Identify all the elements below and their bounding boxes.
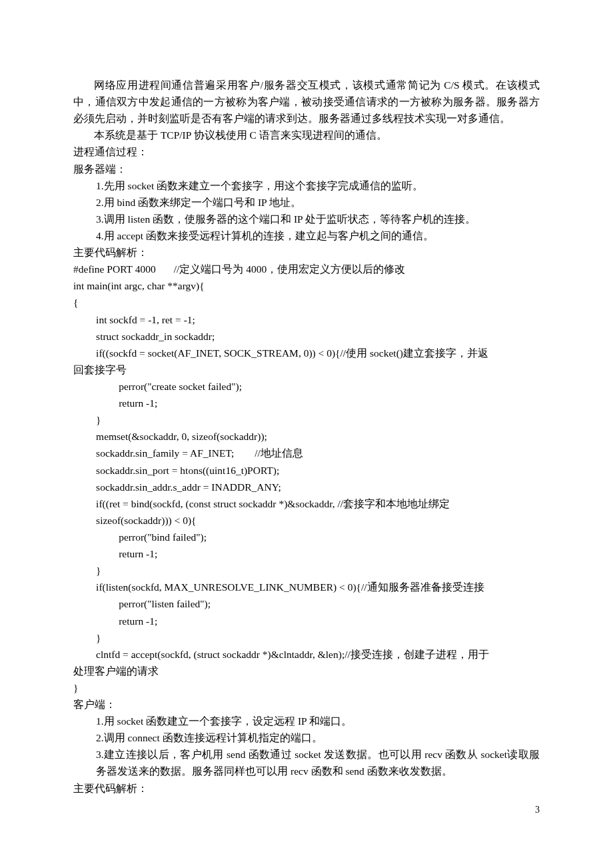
paragraph-system: 本系统是基于 TCP/IP 协议栈使用 C 语言来实现进程间的通信。 [73, 127, 540, 143]
code-line: struct sockaddr_in sockaddr; [73, 328, 540, 345]
client-step-3: 3.建立连接以后，客户机用 send 函数通过 socket 发送数据。也可以用… [73, 746, 540, 779]
server-step-1: 1.先用 socket 函数来建立一个套接字，用这个套接字完成通信的监听。 [73, 177, 540, 194]
code-line: return -1; [73, 613, 540, 629]
server-step-2: 2.用 bind 函数来绑定一个端口号和 IP 地址。 [73, 194, 540, 211]
heading-server: 服务器端： [73, 161, 540, 177]
code-line: sizeof(sockaddr))) < 0){ [73, 512, 540, 529]
client-step-1: 1.用 socket 函数建立一个套接字，设定远程 IP 和端口。 [73, 713, 540, 729]
code-line: { [73, 294, 540, 311]
code-line: sockaddr.sin_family = AF_INET; //地址信息 [73, 445, 540, 461]
code-line: } [73, 411, 540, 428]
code-line: if(listen(sockfd, MAX_UNRESOLVE_LINK_NUM… [73, 579, 540, 595]
code-line: return -1; [73, 545, 540, 562]
heading-client-code: 主要代码解析： [73, 780, 540, 797]
code-line: #define PORT 4000 //定义端口号为 4000，使用宏定义方便以… [73, 261, 540, 277]
code-line: } [73, 679, 540, 696]
code-line: if((ret = bind(sockfd, (const struct soc… [73, 495, 540, 512]
code-line: if((sockfd = socket(AF_INET, SOCK_STREAM… [73, 345, 540, 361]
code-line: } [73, 562, 540, 579]
code-line: int sockfd = -1, ret = -1; [73, 311, 540, 328]
code-line: clntfd = accept(sockfd, (struct sockaddr… [73, 646, 540, 663]
server-step-4: 4.用 accept 函数来接受远程计算机的连接，建立起与客户机之间的通信。 [73, 227, 540, 244]
document-page: 网络应用进程间通信普遍采用客户/服务器交互模式，该模式通常简记为 C/S 模式。… [0, 0, 613, 868]
heading-code-analysis: 主要代码解析： [73, 244, 540, 261]
code-line: memset(&sockaddr, 0, sizeof(sockaddr)); [73, 428, 540, 445]
code-line: } [73, 629, 540, 646]
page-number: 3 [535, 803, 540, 818]
heading-process: 进程通信过程： [73, 143, 540, 160]
code-line: return -1; [73, 395, 540, 411]
server-step-3: 3.调用 listen 函数，使服务器的这个端口和 IP 处于监听状态，等待客户… [73, 211, 540, 227]
client-step-2: 2.调用 connect 函数连接远程计算机指定的端口。 [73, 729, 540, 746]
code-line: 回套接字号 [73, 361, 540, 378]
code-line: 处理客户端的请求 [73, 663, 540, 679]
paragraph-intro: 网络应用进程间通信普遍采用客户/服务器交互模式，该模式通常简记为 C/S 模式。… [73, 77, 540, 127]
code-line: sockaddr.sin_port = htons((uint16_t)PORT… [73, 462, 540, 479]
code-line: perror("bind failed"); [73, 529, 540, 545]
code-line: int main(int argc, char **argv){ [73, 277, 540, 294]
heading-client: 客户端： [73, 696, 540, 713]
code-line: perror("create socket failed"); [73, 378, 540, 395]
code-line: sockaddr.sin_addr.s_addr = INADDR_ANY; [73, 479, 540, 495]
code-line: perror("listen failed"); [73, 595, 540, 612]
